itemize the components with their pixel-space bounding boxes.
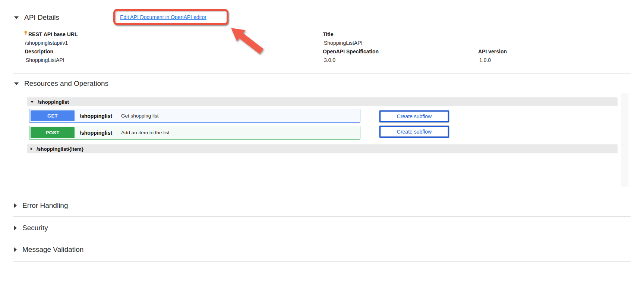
resource-group-shoppinglist-item[interactable]: /shoppinglist/{item} [27,144,618,153]
method-badge-post: POST [31,127,75,138]
field-value: ShoppingListAPI [323,39,363,47]
section-header-message-validation[interactable]: Message Validation [14,245,83,254]
section-title: Resources and Operations [24,79,108,88]
field-value: 1.0.0 [478,56,507,65]
operation-path: /shoppinglist [80,113,116,119]
chevron-right-icon [31,147,32,150]
chevron-right-icon [14,203,17,208]
field-api-version: API version 1.0.0 [478,47,507,65]
field-description: Description ShoppingListAPI [25,47,64,65]
field-label: Title [323,30,363,39]
section-header-error-handling[interactable]: Error Handling [14,201,68,210]
chevron-right-icon [14,247,17,252]
section-header-security[interactable]: Security [14,224,48,232]
resource-group-shoppinglist[interactable]: /shoppinglist [27,97,618,106]
field-value: 3.0.0 [323,56,379,65]
lightbulb-icon [24,31,28,35]
divider [13,74,631,74]
api-configuration-panel: API Details Edit API Document in OpenAPI… [0,0,644,294]
operation-description: Get shopping list [121,113,159,119]
scrollbar[interactable] [621,93,628,187]
section-title: Message Validation [22,245,83,254]
field-rest-api-base-url: REST API base URL /shoppinglistapi/v1 [24,30,78,47]
field-value: ShoppingListAPI [25,56,64,65]
section-title: API Details [24,13,59,22]
section-title: Error Handling [22,201,68,210]
chevron-down-icon [31,101,34,103]
create-subflow-button-post[interactable]: Create subflow [379,126,449,138]
field-openapi-specification: OpenAPI Specification 3.0.0 [323,47,379,65]
divider [13,216,631,217]
annotation-arrow-icon [218,22,270,58]
chevron-down-icon [14,16,19,19]
operation-path: /shoppinglist [80,130,116,136]
operation-row-post-shoppinglist[interactable]: POST /shoppinglist Add an item to the li… [29,126,360,140]
field-label: API version [478,47,507,56]
operation-description: Add an item to the list [121,130,170,135]
field-value: /shoppinglistapi/v1 [24,39,78,47]
divider [13,239,631,239]
section-header-api-details[interactable]: API Details [14,13,59,22]
resource-path: /shoppinglist/{item} [37,146,83,152]
divider [13,195,631,195]
divider [13,261,631,262]
field-label: Description [25,47,64,56]
method-badge-get: GET [31,110,75,121]
field-title: Title ShoppingListAPI [323,30,363,47]
edit-api-document-link[interactable]: Edit API Document in OpenAPI editor [120,14,206,20]
section-title: Security [22,224,48,232]
field-label: OpenAPI Specification [323,47,379,56]
resource-path: /shoppinglist [38,99,69,105]
create-subflow-button-get[interactable]: Create subflow [379,110,449,122]
chevron-right-icon [14,226,17,230]
section-header-resources-and-operations[interactable]: Resources and Operations [14,79,108,88]
annotation-highlight-box: Edit API Document in OpenAPI editor [113,9,228,25]
operation-row-get-shoppinglist[interactable]: GET /shoppinglist Get shopping list [29,109,360,123]
chevron-down-icon [14,82,19,85]
field-label: REST API base URL [24,30,78,39]
